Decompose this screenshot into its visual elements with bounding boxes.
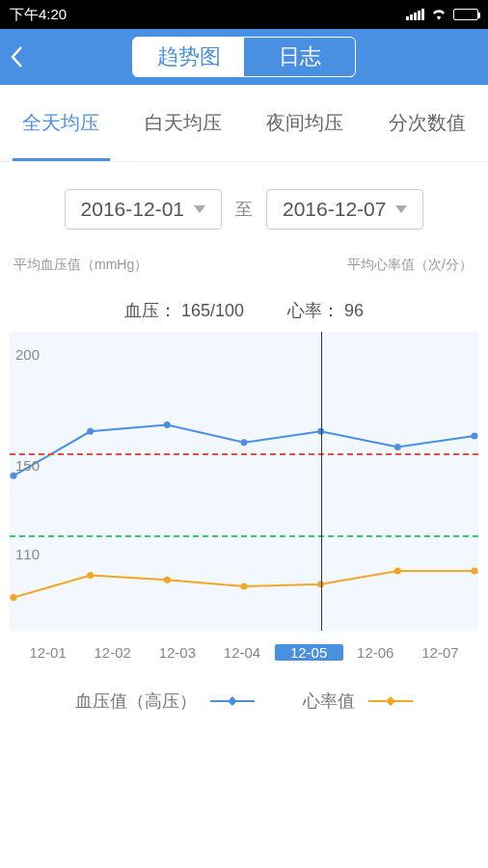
bp-value: 165/100	[181, 301, 244, 320]
sub-tab-daytime[interactable]: 白天均压	[122, 85, 245, 161]
sub-tabs: 全天均压 白天均压 夜间均压 分次数值	[0, 85, 488, 162]
chart-legend: 血压值（高压） 心率值	[0, 661, 488, 742]
view-mode-segment: 趋势图 日志	[132, 37, 356, 77]
battery-icon	[453, 9, 478, 20]
legend-item-hr: 心率值	[303, 690, 413, 713]
date-range-to-label: 至	[235, 198, 253, 221]
signal-icon	[406, 9, 424, 20]
axis-title-row: 平均血压值（mmHg） 平均心率值（次/分）	[0, 257, 488, 293]
bp-label: 血压：	[124, 301, 176, 320]
chart-plot	[10, 332, 478, 631]
legend-hr-marker-icon	[368, 700, 413, 702]
selected-marker-line	[321, 332, 322, 631]
sub-tab-per-reading[interactable]: 分次数值	[366, 85, 489, 161]
status-time: 下午4:20	[10, 6, 67, 24]
svg-point-1	[87, 428, 94, 435]
x-tick[interactable]: 12-01	[15, 644, 80, 661]
y-tick: 110	[15, 545, 40, 561]
hr-value: 96	[344, 301, 364, 320]
selected-readout: 血压： 165/100 心率： 96	[0, 293, 488, 332]
svg-point-13	[472, 568, 478, 575]
x-tick[interactable]: 12-03	[145, 644, 209, 661]
x-tick[interactable]: 12-04	[209, 644, 274, 661]
x-tick[interactable]: 12-06	[343, 644, 408, 661]
y-tick: 150	[15, 456, 40, 473]
svg-point-8	[87, 572, 94, 579]
reference-line	[10, 535, 478, 537]
tab-trend[interactable]: 趋势图	[133, 38, 244, 76]
chart-area[interactable]: 200150110	[10, 332, 478, 631]
date-to-value: 2016-12-07	[283, 198, 386, 221]
sub-tab-night[interactable]: 夜间均压	[244, 85, 366, 161]
x-tick[interactable]: 12-07	[408, 644, 473, 661]
svg-point-6	[472, 432, 478, 439]
svg-point-2	[164, 421, 171, 428]
legend-hr-label: 心率值	[303, 690, 355, 713]
back-button[interactable]	[10, 45, 48, 68]
sub-tab-all-day[interactable]: 全天均压	[0, 85, 122, 161]
legend-item-bp: 血压值（高压）	[75, 690, 255, 713]
chevron-down-icon	[395, 205, 407, 213]
y-tick: 200	[15, 345, 40, 362]
svg-point-3	[241, 439, 248, 446]
svg-point-0	[11, 473, 17, 479]
x-axis-ticks: 12-0112-0212-0312-0412-0512-0612-07	[10, 631, 478, 661]
svg-point-12	[394, 568, 401, 575]
wifi-icon	[430, 7, 447, 23]
svg-point-7	[11, 594, 17, 601]
x-tick[interactable]: 12-02	[80, 644, 145, 661]
legend-bp-label: 血压值（高压）	[75, 690, 197, 713]
date-to-picker[interactable]: 2016-12-07	[266, 189, 423, 230]
date-range-row: 2016-12-01 至 2016-12-07	[0, 162, 488, 257]
chevron-down-icon	[194, 205, 205, 213]
tab-log[interactable]: 日志	[244, 38, 355, 76]
x-tick[interactable]: 12-05	[275, 644, 343, 661]
svg-point-9	[164, 577, 171, 583]
top-nav: 趋势图 日志	[0, 29, 488, 85]
reference-line	[10, 453, 478, 455]
date-from-picker[interactable]: 2016-12-01	[65, 189, 222, 230]
left-axis-title: 平均血压值（mmHg）	[14, 257, 148, 274]
date-from-value: 2016-12-01	[81, 198, 184, 221]
status-bar: 下午4:20	[0, 0, 488, 29]
svg-point-10	[241, 583, 248, 590]
hr-label: 心率：	[287, 301, 339, 320]
legend-bp-marker-icon	[210, 700, 255, 702]
status-icons	[406, 7, 478, 23]
right-axis-title: 平均心率值（次/分）	[347, 257, 473, 274]
svg-point-5	[394, 444, 401, 450]
